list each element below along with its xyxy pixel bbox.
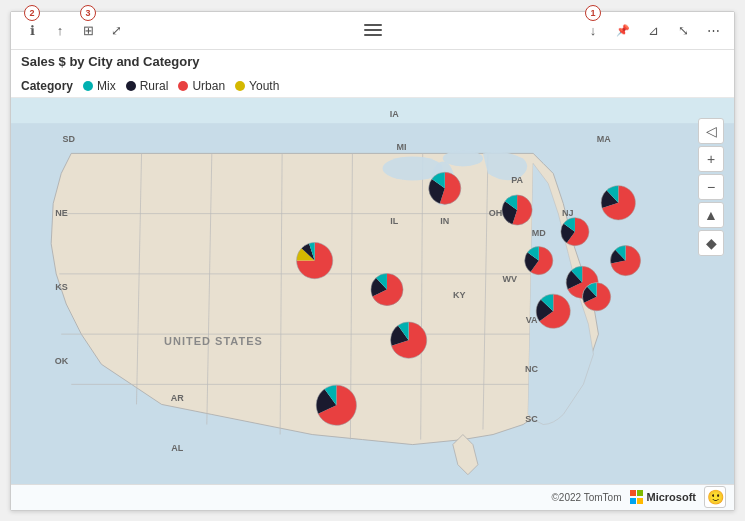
urban-label: Urban — [192, 79, 225, 93]
compass-button[interactable]: ▲ — [698, 202, 724, 228]
more-button[interactable]: ⋯ — [702, 19, 724, 41]
annotation-2: 2 — [24, 5, 40, 21]
microsoft-text: Microsoft — [647, 491, 697, 503]
legend-item-rural: Rural — [126, 79, 169, 93]
toolbar: 2 ℹ ↑ 3 ⊞ ⤢ 1 ↓ 📌 — [11, 12, 734, 50]
rural-label: Rural — [140, 79, 169, 93]
filter-icon: ⊿ — [648, 23, 659, 38]
locate-button[interactable]: ◆ — [698, 230, 724, 256]
more-icon: ⋯ — [707, 23, 720, 38]
map-footer: ©2022 TomTom Microsoft 🙂 — [11, 484, 734, 510]
microsoft-logo: Microsoft — [630, 490, 697, 504]
legend-label: Category — [21, 79, 73, 93]
toolbar-center — [364, 24, 382, 36]
mix-dot — [83, 81, 93, 91]
crop-button[interactable]: ⤡ — [672, 19, 694, 41]
grid-icon: ⊞ — [83, 23, 94, 38]
legend-item-youth: Youth — [235, 79, 279, 93]
map-area[interactable]: SD NE KS OK AR AL MI IA IL IN KY OH PA W… — [11, 98, 734, 510]
map-back-button[interactable]: ◁ — [698, 118, 724, 144]
youth-label: Youth — [249, 79, 279, 93]
grid-button[interactable]: 3 ⊞ — [77, 19, 99, 41]
copyright-text: ©2022 TomTom — [552, 492, 622, 503]
svg-point-14 — [431, 161, 455, 205]
map-background — [11, 98, 734, 510]
toolbar-left: 2 ℹ ↑ 3 ⊞ ⤢ — [21, 19, 127, 41]
urban-dot — [178, 81, 188, 91]
expand-button[interactable]: ⤢ — [105, 19, 127, 41]
legend-item-urban: Urban — [178, 79, 225, 93]
map-controls: ◁ + − ▲ ◆ — [698, 118, 724, 256]
zoom-in-button[interactable]: + — [698, 146, 724, 172]
pin-button[interactable]: 📌 — [612, 19, 634, 41]
download-icon: ↓ — [590, 23, 597, 38]
emoji-button[interactable]: 🙂 — [704, 486, 726, 508]
rural-dot — [126, 81, 136, 91]
download-button[interactable]: 1 ↓ — [582, 19, 604, 41]
annotation-3: 3 — [80, 5, 96, 21]
annotation-1: 1 — [585, 5, 601, 21]
pin-icon: 📌 — [616, 24, 630, 37]
info-icon: ℹ — [30, 23, 35, 38]
legend-bar: Category Mix Rural Urban Youth — [11, 75, 734, 98]
expand-icon: ⤢ — [111, 23, 122, 38]
youth-dot — [235, 81, 245, 91]
mix-label: Mix — [97, 79, 116, 93]
info-button[interactable]: 2 ℹ — [21, 19, 43, 41]
widget-container: 2 ℹ ↑ 3 ⊞ ⤢ 1 ↓ 📌 — [10, 11, 735, 511]
toolbar-right: 1 ↓ 📌 ⊿ ⤡ ⋯ — [582, 19, 724, 41]
sort-up-button[interactable]: ↑ — [49, 19, 71, 41]
svg-point-13 — [443, 150, 483, 166]
chart-title: Sales $ by City and Category — [11, 50, 734, 75]
ms-squares-icon — [630, 490, 644, 504]
hamburger-menu[interactable] — [364, 24, 382, 36]
zoom-out-button[interactable]: − — [698, 174, 724, 200]
sort-up-icon: ↑ — [57, 23, 64, 38]
filter-button[interactable]: ⊿ — [642, 19, 664, 41]
legend-item-mix: Mix — [83, 79, 116, 93]
crop-icon: ⤡ — [678, 23, 689, 38]
